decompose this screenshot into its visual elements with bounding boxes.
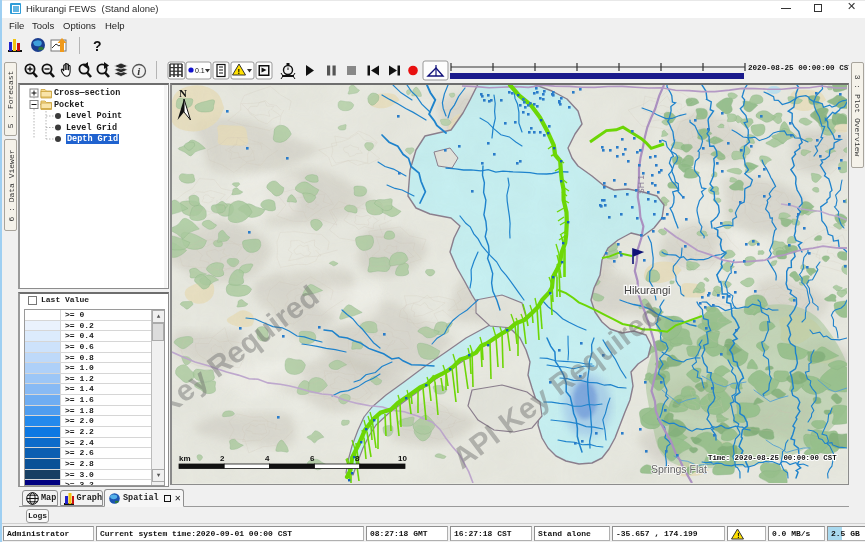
svg-text:2020-08-25 00:00:00 CST: 2020-08-25 00:00:00 CST: [748, 64, 849, 72]
svg-text:4: 4: [265, 454, 270, 463]
svg-text:8: 8: [355, 454, 360, 463]
svg-text:10: 10: [398, 454, 407, 463]
svg-text:i: i: [137, 65, 141, 77]
svg-text:6: 6: [310, 454, 315, 463]
svg-text:2: 2: [220, 454, 225, 463]
svg-text:0.1: 0.1: [195, 67, 205, 74]
svg-text:!: !: [238, 67, 241, 76]
svg-text:km: km: [179, 454, 191, 463]
svg-text:N: N: [179, 87, 187, 99]
svg-text:Time: 2020-08-25 00:00:00 CST: Time: 2020-08-25 00:00:00 CST: [708, 454, 837, 462]
svg-text:!: !: [736, 531, 741, 540]
svg-text:?: ?: [93, 38, 102, 54]
